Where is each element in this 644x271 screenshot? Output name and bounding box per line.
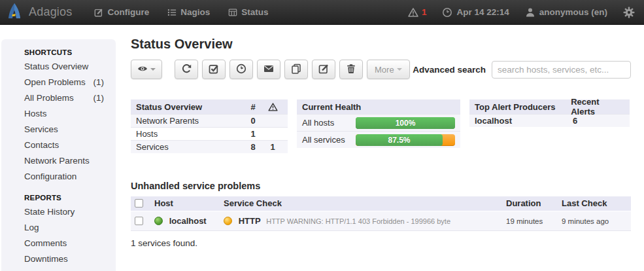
check-square-icon [209,63,219,76]
menu-status[interactable]: Status [228,7,268,17]
settings-button[interactable] [623,7,635,18]
row-label[interactable]: Hosts [136,129,243,139]
host-up-status-icon [154,217,163,225]
host-link[interactable]: localhost [169,216,207,226]
notify-button[interactable] [257,60,280,79]
hosts-health-bar-fill: 100% [356,117,455,129]
menu-nagios[interactable]: Nagios [167,7,210,17]
chevron-down-icon [150,68,156,71]
row-label: All hosts [302,118,356,128]
sidebar-item-downtimes[interactable]: Downtimes [1,251,116,267]
chevron-down-icon [397,68,402,71]
last-check-value: 9 minutes ago [562,217,609,225]
problems-table-header-row: Host Service Check Duration Last Check [131,196,631,211]
menu-configure[interactable]: Configure [94,7,149,17]
alert-host-link[interactable]: localhost [475,116,573,126]
sidebar-item-label: Status Overview [24,61,88,73]
sidebar-item-contacts[interactable]: Contacts [1,137,116,153]
service-link[interactable]: HTTP [239,216,261,226]
navbar-datetime: Apr 14 22:14 [456,7,509,17]
row-label[interactable]: Services [136,142,243,152]
view-options-button[interactable] [131,60,162,79]
service-warning-status-icon [224,217,232,225]
brand[interactable]: Adagios [7,3,72,22]
eye-icon [137,63,148,76]
menu-nagios-label: Nagios [180,7,210,17]
current-health-panel: Current Health All hosts 100% All servic… [297,99,460,153]
copy-icon [291,63,301,76]
copy-button[interactable] [284,60,308,79]
sidebar-item-label: Log [24,222,39,234]
sidebar-item-open-problems[interactable]: Open Problems (1) [1,75,116,90]
service-column-header: Service Check [220,196,502,211]
user-menu[interactable]: anonymous (en) [525,7,607,18]
brand-name: Adagios [29,5,72,19]
page-title: Status Overview [131,36,631,52]
sidebar-item-network-parents[interactable]: Network Parents [1,153,116,169]
sidebar-item-label: Hosts [24,108,47,120]
navbar-right: 1 Apr 14 22:14 anonymous (en) [408,7,635,18]
sidebar-item-status-overview[interactable]: Status Overview [1,59,116,75]
bar-value: 87.5% [388,136,410,145]
main-content: Status Overview [116,25,644,271]
sidebar-item-hosts[interactable]: Hosts [1,106,116,122]
sidebar-item-label: Network Parents [24,155,90,167]
advanced-search: Advanced search [413,61,631,79]
sidebar-item-label: Services [24,124,58,136]
sidebar-item-state-history[interactable]: State History [1,204,116,220]
list-icon [167,8,177,17]
warning-triangle-icon [268,102,278,112]
sidebar-item-label: Configuration [24,171,76,183]
more-button[interactable]: More [367,60,410,79]
problems-column-header [263,102,282,112]
row-label: All services [302,135,356,145]
row-problems: 1 [263,142,282,152]
service-status-detail: HTTP WARNING: HTTP/1.1 403 Forbidden - 1… [266,217,450,225]
results-count-text: 1 services found. [131,238,631,248]
row-label[interactable]: Network Parents [136,116,243,126]
unhandled-problems-title: Unhandled service problems [131,181,631,191]
table-icon [228,8,237,17]
menu-status-label: Status [241,7,268,17]
sidebar-item-label: Downtimes [24,253,68,265]
user-icon [525,7,535,18]
last-check-column-header: Last Check [558,196,631,211]
sidebar-item-log[interactable]: Log [1,220,116,236]
trash-icon [346,63,356,76]
schedule-button[interactable] [229,60,253,79]
sidebar-item-all-problems[interactable]: All Problems (1) [1,90,116,106]
sidebar-item-comments[interactable]: Comments [1,236,116,251]
unhandled-problems-section: Unhandled service problems Host Service … [131,181,631,248]
navbar-clock: Apr 14 22:14 [442,7,509,18]
acknowledge-button[interactable] [202,60,226,79]
status-overview-panel: Status Overview # Network Parents 0 [131,99,288,153]
summary-panels: Status Overview # Network Parents 0 [131,99,631,153]
hosts-health-bar: 100% [356,117,455,129]
alert-count-badge: 1 [422,7,427,17]
select-all-checkbox[interactable] [135,199,143,208]
status-panel-title: Status Overview [136,102,243,112]
clock-icon [236,63,246,76]
sidebar-item-services[interactable]: Services [1,122,116,137]
alert-producers-header: Top Alert Producers [475,102,571,112]
services-health-bar: 87.5% [356,134,455,146]
status-row-services: Services 8 1 [131,140,288,153]
problem-row: localhost HTTP HTTP WARNING: HTTP/1.1 40… [131,211,631,230]
row-checkbox[interactable] [135,217,143,225]
navbar-alerts[interactable]: 1 [408,7,427,18]
alert-count-value: 6 [573,116,577,126]
menu-configure-label: Configure [107,7,149,17]
health-panel-title: Current Health [302,102,361,112]
refresh-button[interactable] [175,60,198,79]
status-row-network-parents: Network Parents 0 [131,114,288,127]
edit-button[interactable] [312,60,335,79]
duration-value: 19 minutes [506,217,543,225]
sidebar-item-label: Comments [24,238,67,249]
services-health-bar-fill: 87.5% [356,134,443,146]
delete-button[interactable] [339,60,363,79]
search-input[interactable] [492,61,631,79]
count-column-header: # [243,102,263,112]
main-menu: Configure Nagios Status [94,7,268,17]
sidebar-item-configuration[interactable]: Configuration [1,169,116,185]
health-row-all-services: All services 87.5% [297,131,460,148]
